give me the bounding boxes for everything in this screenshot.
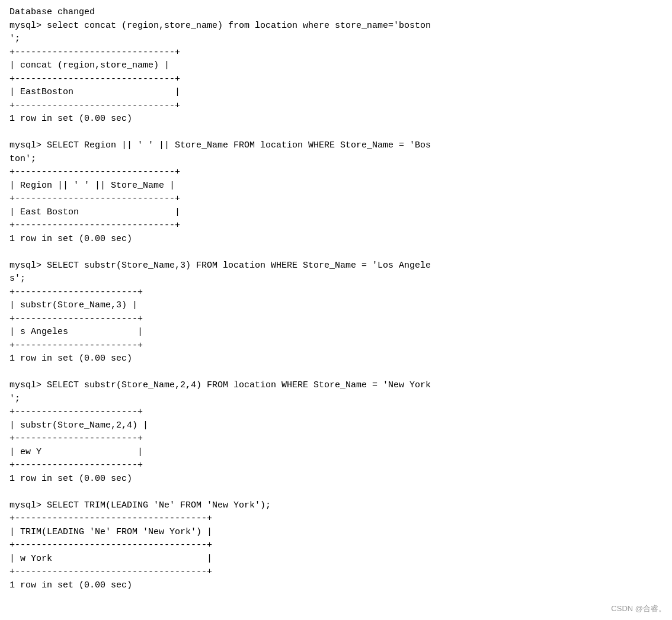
- terminal-output: Database changed mysql> select concat (r…: [9, 6, 663, 592]
- watermark: CSDN @合睿。: [611, 603, 666, 614]
